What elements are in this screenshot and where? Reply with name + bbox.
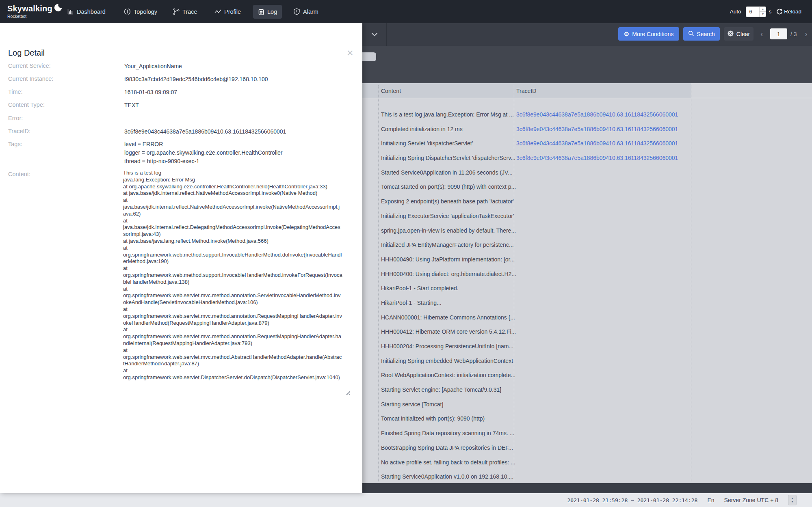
reload-label[interactable]: Reload — [784, 9, 801, 15]
dashboard-icon — [67, 8, 74, 15]
nav-label: Topology — [134, 9, 157, 15]
language-toggle[interactable]: En — [707, 497, 714, 503]
log-content-cell: Initializing Servlet 'dispatcherServlet' — [381, 136, 473, 151]
topology-icon — [124, 8, 131, 15]
log-content-cell: Initializing ExecutorService 'applicatio… — [381, 209, 514, 224]
log-content-cell: HikariPool-1 - Starting... — [381, 296, 442, 311]
log-content-textarea[interactable]: This is a test log java.lang.Exception: … — [123, 170, 342, 395]
caret-down-icon[interactable]: ▼ — [791, 500, 794, 503]
nav-item-alarm[interactable]: Alarm — [293, 0, 318, 23]
log-content-cell: HikariPool-1 - Start completed. — [381, 281, 459, 296]
column-header-content: Content — [381, 83, 401, 98]
moon-icon — [54, 3, 62, 14]
auto-reload-controls: Auto 6 ▲ ▼ s Reload — [730, 0, 812, 23]
pagination-prev-button[interactable]: ‹ — [760, 27, 763, 41]
search-label: Search — [697, 31, 715, 37]
log-content-cell: Completed initialization in 12 ms — [381, 122, 463, 137]
caret-down-icon[interactable]: ▼ — [760, 12, 766, 17]
auto-label: Auto — [730, 9, 741, 15]
log-content-cell: Exposing 2 endpoint(s) beneath base path… — [381, 194, 514, 209]
log-content-cell: Initialized JPA EntityManagerFactory for… — [381, 238, 514, 252]
field-label-traceid: TraceID: — [8, 128, 30, 134]
nav-item-trace[interactable]: Trace — [173, 0, 197, 23]
nav-label: Alarm — [303, 9, 318, 15]
log-content-cell: HHH000490: Using JtaPlatform implementat… — [381, 252, 515, 267]
footer-bar: 2021-01-28 21:59:28 ~ 2021-01-28 22:14:2… — [0, 493, 812, 507]
alarm-icon — [293, 8, 300, 15]
log-content-cell: Tomcat started on port(s): 9090 (http) w… — [381, 180, 516, 194]
nav-item-profile[interactable]: Profile — [214, 0, 241, 23]
field-value-content-type: TEXT — [124, 102, 139, 108]
caret-up-icon[interactable]: ▲ — [791, 497, 794, 500]
field-value-traceid: 3c6f8e9e043c44638a7e5a1886b09410.63.1611… — [124, 128, 286, 135]
skywalking-log-page: ⚙ More Conditions Search Clear ‹ 1 / 3 ›… — [0, 0, 812, 507]
log-content-cell: Starting Service0Application v1.0.0 on 1… — [381, 470, 513, 484]
chevron-left-icon: ‹ — [760, 29, 763, 39]
filter-tag-pill[interactable] — [360, 52, 376, 61]
trace-id-link[interactable]: 3c6f8e9e043c44638a7e5a1886b09410.63.1611… — [516, 151, 678, 166]
circle-x-icon — [728, 30, 734, 38]
pagination-next-button[interactable]: › — [805, 27, 808, 41]
log-content-cell: HHH000204: Processing PersistenceUnitInf… — [381, 339, 513, 354]
trace-icon — [173, 8, 180, 15]
trace-id-link[interactable]: 3c6f8e9e043c44638a7e5a1886b09410.63.1611… — [516, 122, 678, 137]
auto-interval-value[interactable]: 6 — [746, 9, 759, 15]
close-icon[interactable]: ✕ — [346, 48, 354, 58]
reload-icon[interactable] — [776, 9, 783, 15]
log-content-cell: No active profile set, falling back to d… — [381, 455, 515, 470]
nav-label: Log — [267, 9, 277, 15]
resize-grip-icon[interactable] — [344, 390, 350, 395]
tag-thread: thread = http-nio-9090-exec-1 — [124, 158, 199, 164]
log-content-cell: HCANN000001: Hibernate Commons Annotatio… — [381, 311, 515, 325]
column-header-traceid: TraceID — [516, 83, 536, 98]
log-content-cell: Finished Spring Data repository scanning… — [381, 426, 514, 441]
field-value-time: 1618-01-03 09:09:07 — [124, 89, 177, 95]
more-conditions-button[interactable]: ⚙ More Conditions — [618, 27, 679, 41]
field-label-content: Content: — [8, 171, 30, 177]
log-content-cell: Starting Servlet engine: [Apache Tomcat/… — [381, 383, 501, 397]
log-icon — [258, 9, 264, 15]
field-label-content-type: Content Type: — [8, 101, 45, 108]
app-logo[interactable]: Skywalking Rocketbot — [7, 3, 62, 19]
auto-interval-input[interactable]: 6 ▲ ▼ — [746, 6, 766, 17]
gear-icon: ⚙ — [624, 31, 629, 37]
field-value-current-service: Your_ApplicationName — [124, 63, 182, 69]
auto-interval-stepper[interactable]: ▲ ▼ — [759, 7, 766, 17]
field-label-error: Error: — [8, 115, 23, 121]
log-content-cell: HHH000400: Using dialect: org.hibernate.… — [381, 267, 516, 282]
field-label-current-instance: Current Instance: — [8, 76, 53, 82]
auto-unit: s — [769, 9, 771, 15]
chevron-down-icon[interactable] — [371, 31, 378, 38]
log-content-cell: spring.jpa.open-in-view is enabled by de… — [381, 224, 516, 238]
trace-id-link[interactable]: 3c6f8e9e043c44638a7e5a1886b09410.63.1611… — [516, 108, 678, 122]
nav-item-dashboard[interactable]: Dashboard — [67, 0, 106, 23]
log-content-cell: Started Service0Application in 11.206 se… — [381, 166, 513, 180]
field-label-current-service: Current Service: — [8, 63, 51, 69]
log-content-cell: Bootstrapping Spring Data JPA repositori… — [381, 441, 513, 455]
page-number: 1 — [777, 31, 780, 37]
pagination-current-page[interactable]: 1 — [770, 28, 787, 39]
clear-label: Clear — [736, 31, 750, 37]
nav-label: Dashboard — [77, 9, 106, 15]
profile-icon — [214, 8, 221, 15]
clear-button[interactable]: Clear — [724, 27, 754, 41]
nav-item-log[interactable]: Log — [253, 5, 282, 19]
search-icon — [688, 30, 694, 37]
field-value-current-instance: f9830c3a7cbd42d19edc2546bdd6c4eb@192.168… — [124, 76, 268, 82]
time-range-text[interactable]: 2021-01-28 21:59:28 ~ 2021-01-28 22:14:2… — [567, 497, 698, 503]
field-label-time: Time: — [8, 88, 23, 95]
nav-label: Profile — [224, 9, 241, 15]
log-content-cell: This is a test log java.lang.Exception: … — [381, 108, 514, 122]
log-content-cell: HHH000412: Hibernate ORM core version 5.… — [381, 325, 516, 339]
search-button[interactable]: Search — [683, 27, 720, 41]
caret-up-icon[interactable]: ▲ — [760, 7, 766, 12]
toolbar-separator — [386, 23, 387, 46]
log-content-cell: Tomcat initialized with port(s): 9090 (h… — [381, 412, 485, 426]
pagination-total: / 3 — [790, 27, 797, 41]
log-content-cell: Initializing Spring DispatcherServlet 'd… — [381, 151, 515, 166]
nav-item-topology[interactable]: Topology — [124, 0, 157, 23]
utc-offset-stepper[interactable]: ▲ ▼ — [788, 495, 797, 505]
server-zone-label: Server Zone UTC + 8 — [724, 497, 778, 503]
trace-id-link[interactable]: 3c6f8e9e043c44638a7e5a1886b09410.63.1611… — [516, 136, 678, 151]
tag-level: level = ERROR — [124, 141, 163, 147]
